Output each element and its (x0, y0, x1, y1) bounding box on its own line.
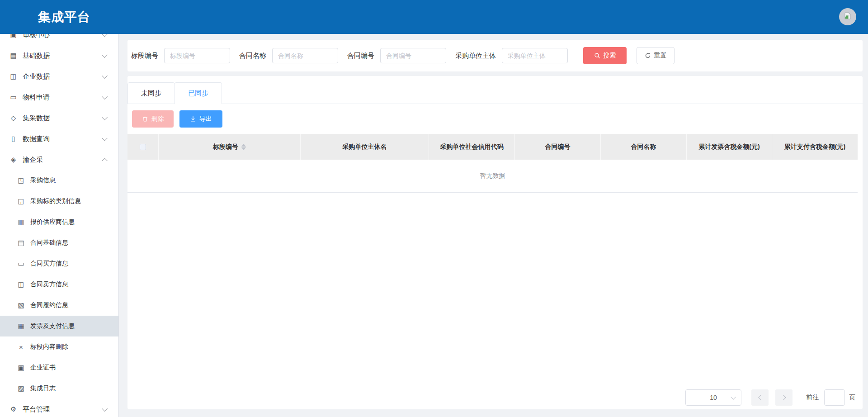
sidebar-item-15[interactable]: ×标段内容删除 (0, 336, 118, 357)
select-all-cell (127, 134, 159, 160)
page-size-select[interactable]: 10 (685, 389, 741, 406)
refresh-icon (645, 52, 651, 59)
log-icon: ▨ (17, 384, 25, 393)
contract-perform-icon: ▧ (17, 301, 25, 309)
main-card: 未同步已同步 删除 导出 标段编号采购单位主体名采购单位社会信 (127, 76, 863, 409)
column-header-2: 采购单位社会信用代码 (429, 134, 515, 160)
delete-button[interactable]: 删除 (132, 110, 174, 128)
goto-page-input[interactable] (824, 389, 845, 406)
content-area: 标段编号合同名称合同编号采购单位主体 搜索 重置 未同步已同步 (119, 34, 868, 417)
purchase-info-icon: ◳ (17, 176, 25, 185)
column-header-label: 合同编号 (545, 143, 571, 151)
contract-base-icon: ▤ (17, 239, 25, 247)
filter-input-1[interactable] (272, 48, 338, 63)
table-empty-state: 暂无数据 (127, 160, 858, 193)
enterprise-users-icon: ◫ (9, 72, 17, 81)
sidebar-item-label: 集采数据 (23, 114, 50, 123)
sidebar-item-2[interactable]: ◫企业数据 (0, 66, 118, 87)
material-request-icon: ▭ (9, 93, 17, 101)
filter-label: 合同编号 (347, 52, 374, 60)
category-icon: ◱ (17, 197, 25, 205)
sidebar-item-label: 标段内容删除 (30, 343, 68, 351)
sort-carets-icon[interactable] (241, 144, 246, 150)
sidebar-item-label: 企业数据 (23, 72, 50, 81)
sidebar-item-14[interactable]: ▦发票及支付信息 (0, 316, 118, 336)
chevron-down-icon (102, 406, 108, 412)
search-button-label: 搜索 (604, 52, 616, 60)
sidebar-item-9[interactable]: ▥报价供应商信息 (0, 212, 118, 232)
certificate-icon: ▣ (17, 364, 25, 372)
search-icon (594, 52, 600, 59)
column-header-0: 标段编号 (159, 134, 301, 160)
filter-group-0: 标段编号 (131, 48, 230, 63)
reset-button[interactable]: 重置 (637, 47, 675, 64)
column-header-label: 累计发票含税金额(元) (698, 143, 760, 151)
chevron-down-icon (102, 73, 108, 79)
table-header-row: 标段编号采购单位主体名采购单位社会信用代码合同编号合同名称累计发票含税金额(元)… (127, 134, 858, 160)
broken-image-icon (843, 11, 852, 22)
pagination: 10 前往 页 (685, 389, 855, 406)
sidebar-item-label: 物料申请 (23, 93, 50, 102)
sidebar-item-3[interactable]: ▭物料申请 (0, 87, 118, 108)
filter-input-3[interactable] (502, 48, 568, 63)
contract-buyer-icon: ▭ (17, 260, 25, 268)
sidebar-item-7[interactable]: ◳采购信息 (0, 170, 118, 191)
user-avatar[interactable] (839, 8, 856, 25)
column-header-label: 采购单位社会信用代码 (440, 143, 504, 151)
chevron-left-icon (758, 395, 763, 400)
sidebar-item-label: 集成日志 (30, 384, 56, 393)
sidebar-item-4[interactable]: ◇集采数据 (0, 108, 118, 128)
sidebar-item-10[interactable]: ▤合同基础信息 (0, 232, 118, 253)
page-unit-label: 页 (849, 393, 855, 402)
filter-input-2[interactable] (380, 48, 446, 63)
sidebar-item-13[interactable]: ▧合同履约信息 (0, 295, 118, 316)
column-header-label: 累计支付含税金额(元) (784, 143, 845, 151)
sidebar-item-12[interactable]: ◫合同卖方信息 (0, 274, 118, 295)
column-header-5: 累计发票含税金额(元) (687, 134, 772, 160)
tab-0[interactable]: 未同步 (127, 82, 175, 104)
trash-icon (142, 116, 148, 122)
app-title: 集成平台 (38, 9, 90, 26)
next-page-button[interactable] (775, 389, 793, 406)
sidebar-item-8[interactable]: ◱采购标的类别信息 (0, 191, 118, 212)
share-node-icon: ◈ (9, 156, 17, 164)
column-header-label: 采购单位主体名 (343, 143, 387, 151)
sidebar-item-label: 企业证书 (30, 364, 56, 372)
goto-label: 前往 (806, 393, 819, 402)
prev-page-button[interactable] (751, 389, 769, 406)
filter-input-0[interactable] (164, 48, 230, 63)
sidebar-item-5[interactable]: ▯数据查询 (0, 128, 118, 149)
filter-label: 合同名称 (239, 52, 266, 60)
chevron-up-icon (102, 158, 108, 164)
select-all-checkbox[interactable] (140, 144, 146, 150)
filter-label: 采购单位主体 (455, 52, 496, 60)
sidebar-item-1[interactable]: ▤基础数据 (0, 45, 118, 66)
chevron-right-icon (781, 395, 786, 400)
data-table: 标段编号采购单位主体名采购单位社会信用代码合同编号合同名称累计发票含税金额(元)… (127, 134, 858, 193)
sidebar-item-label: 采购标的类别信息 (30, 197, 81, 205)
column-header-6: 累计支付含税金额(元) (772, 134, 858, 160)
chevron-down-icon (102, 94, 108, 100)
chevron-down-icon (731, 394, 736, 399)
empty-text: 暂无数据 (480, 172, 505, 180)
sidebar-item-label: 采购信息 (30, 176, 56, 185)
sidebar-item-6[interactable]: ◈渝企采 (0, 149, 118, 170)
tab-1[interactable]: 已同步 (175, 82, 222, 104)
sidebar-item-18[interactable]: ⚙平台管理 (0, 399, 118, 417)
sidebar-item-label: 发票及支付信息 (30, 322, 75, 330)
search-button[interactable]: 搜索 (583, 47, 627, 64)
sidebar-item-16[interactable]: ▣企业证书 (0, 357, 118, 378)
sidebar-item-0[interactable]: ▣审核中心 (0, 34, 118, 45)
contract-seller-icon: ◫ (17, 280, 25, 289)
layers-icon: ▤ (9, 52, 17, 60)
sidebar-item-11[interactable]: ▭合同买方信息 (0, 253, 118, 274)
audit-center-icon: ▣ (9, 34, 17, 39)
supplier-icon: ▥ (17, 218, 25, 226)
filter-group-2: 合同编号 (347, 48, 446, 63)
export-button[interactable]: 导出 (179, 110, 222, 128)
download-icon (190, 116, 196, 122)
sidebar-item-label: 数据查询 (23, 135, 50, 143)
column-header-label: 合同名称 (631, 143, 656, 151)
sidebar-item-17[interactable]: ▨集成日志 (0, 378, 118, 399)
sidebar-item-label: 合同履约信息 (30, 301, 68, 309)
